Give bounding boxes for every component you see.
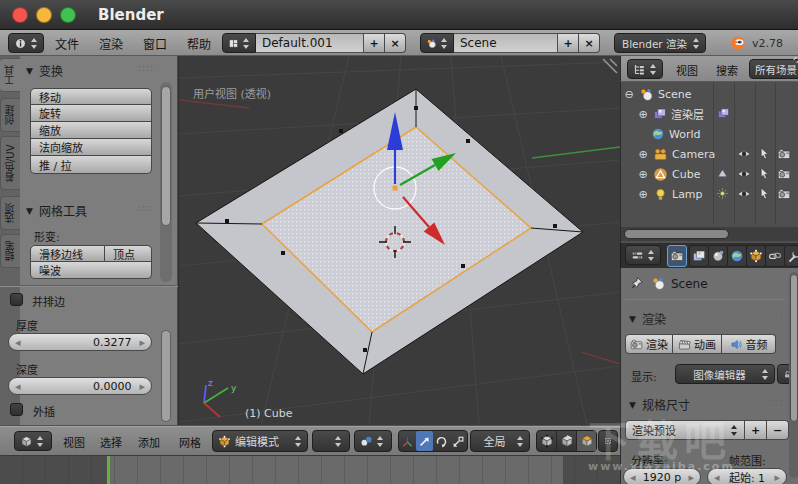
transform-panel-header[interactable]: ▼ 变换: [26, 62, 63, 79]
shrink-fatten-button[interactable]: 法向缩放: [30, 139, 152, 156]
item-label[interactable]: Scene: [658, 88, 692, 101]
item-label[interactable]: Cube: [672, 168, 700, 181]
scene-icon-button[interactable]: [420, 33, 454, 53]
pivot-point-dropdown[interactable]: [354, 430, 392, 452]
render-engine-dropdown[interactable]: Blender 渲染: [614, 33, 706, 53]
face-select-button[interactable]: [576, 431, 596, 451]
merge-checkbox[interactable]: [10, 293, 23, 306]
menu-mesh[interactable]: 网格: [176, 434, 204, 450]
selectability-pointer-icon[interactable]: [758, 167, 771, 180]
rotate-button[interactable]: 旋转: [30, 105, 152, 122]
shelf-tab-grease-pencil[interactable]: 蜡笔: [0, 234, 20, 268]
remove-preset-button[interactable]: −: [767, 420, 789, 440]
render-still-button[interactable]: 渲染: [625, 334, 673, 354]
slider-right-arrow-icon[interactable]: ▸: [139, 336, 145, 349]
push-pull-button[interactable]: 推 / 拉: [30, 156, 152, 174]
outliner-row-world[interactable]: World: [651, 124, 701, 144]
visibility-eye-icon[interactable]: [737, 187, 751, 201]
render-presets-dropdown[interactable]: 渲染预设: [625, 420, 745, 440]
vertex-slide-button[interactable]: 顶点: [105, 245, 152, 262]
item-label[interactable]: 渲染层: [671, 106, 704, 122]
delete-scene-button[interactable]: ×: [579, 33, 600, 53]
outliner-row-cube[interactable]: ⊕ Cube: [637, 164, 700, 184]
menu-file[interactable]: 文件: [52, 35, 82, 52]
region-resize-grip[interactable]: [603, 59, 617, 73]
item-label[interactable]: Lamp: [672, 188, 703, 201]
manipulator-axis-button[interactable]: [399, 431, 416, 451]
operator-scrollbar-thumb[interactable]: [161, 330, 171, 422]
item-label[interactable]: Camera: [672, 148, 715, 161]
info-editor-dropdown[interactable]: [8, 33, 44, 53]
add-preset-button[interactable]: +: [745, 420, 767, 440]
editor-type-dropdown[interactable]: [14, 431, 52, 451]
scale-button[interactable]: 缩放: [30, 122, 152, 139]
tab-constraints[interactable]: [765, 245, 785, 267]
menu-select[interactable]: 选择: [97, 434, 125, 450]
render-restrict-camera-icon[interactable]: [777, 147, 791, 161]
outliner-hscrollbar-thumb[interactable]: [624, 229, 729, 239]
occlude-geometry-button[interactable]: [598, 430, 618, 452]
window-maximize-button[interactable]: [60, 7, 76, 23]
shelf-scrollbar-thumb[interactable]: [161, 86, 171, 226]
panel-grip-icon[interactable]: ::::: [138, 63, 154, 73]
mesh-tools-panel-header[interactable]: ▼ 网格工具: [26, 202, 87, 219]
window-minimize-button[interactable]: [36, 7, 52, 23]
selectability-pointer-icon[interactable]: [758, 147, 771, 160]
manipulator-rotate-button[interactable]: [433, 431, 450, 451]
timeline[interactable]: [0, 455, 620, 484]
panel-grip-icon[interactable]: ::::: [767, 311, 783, 321]
viewport-shading-dropdown[interactable]: [312, 430, 350, 452]
edge-select-button[interactable]: [556, 431, 576, 451]
frame-start-slider[interactable]: ◂ 起始: 1 ▸: [707, 468, 787, 484]
add-scene-button[interactable]: +: [558, 33, 579, 53]
resolution-x-slider[interactable]: ◂ 1920 p ▸: [623, 468, 701, 484]
outliner-menu-search[interactable]: 搜索: [713, 62, 741, 78]
properties-editor-dropdown[interactable]: [625, 245, 661, 265]
transform-orientation-dropdown[interactable]: 全局: [470, 430, 530, 452]
expander-icon[interactable]: ⊕: [637, 168, 649, 181]
render-layer-toggle-icon[interactable]: [717, 107, 730, 120]
shelf-tab-tools[interactable]: 工具: [0, 58, 20, 92]
outliner-row-render-layers[interactable]: ⊕ 渲染层: [637, 104, 704, 124]
viewport-canvas[interactable]: z y 用户视图 (透视) (1) Cube: [179, 56, 620, 425]
menu-add[interactable]: 添加: [135, 434, 163, 450]
tab-render-layers[interactable]: [689, 245, 709, 267]
render-panel-header[interactable]: ▼ 渲染: [629, 310, 666, 327]
expander-icon[interactable]: ⊖: [623, 88, 635, 101]
outliner-menu-view[interactable]: 视图: [673, 62, 701, 78]
screen-layout-name-field[interactable]: Default.001: [256, 33, 364, 53]
expander-icon[interactable]: ⊕: [637, 108, 649, 121]
outliner-display-filter-dropdown[interactable]: 所有场景: [749, 59, 798, 79]
render-restrict-camera-icon[interactable]: [777, 187, 791, 201]
slider-right-arrow-icon[interactable]: ▸: [139, 380, 145, 393]
slider-right-arrow-icon[interactable]: ▸: [688, 471, 694, 484]
shelf-tab-options[interactable]: 选项: [0, 196, 20, 230]
expander-icon[interactable]: ⊕: [637, 148, 649, 161]
timeline-playhead[interactable]: [107, 456, 110, 484]
dimensions-panel-header[interactable]: ▼ 规格尺寸: [629, 396, 690, 413]
tab-scene[interactable]: [708, 245, 728, 267]
window-close-button[interactable]: [12, 7, 28, 23]
viewport-3d[interactable]: z y 用户视图 (透视) (1) Cube: [178, 56, 620, 425]
render-audio-button[interactable]: 音频: [722, 334, 776, 354]
properties-scrollbar-thumb[interactable]: [790, 274, 798, 422]
menu-view[interactable]: 视图: [60, 434, 88, 450]
noise-button[interactable]: 噪波: [30, 262, 152, 279]
render-animation-button[interactable]: 动画: [673, 334, 722, 354]
tab-render[interactable]: [667, 245, 687, 267]
menu-render[interactable]: 渲染: [96, 35, 126, 52]
delete-layout-button[interactable]: ×: [385, 33, 406, 53]
tab-object[interactable]: [746, 245, 766, 267]
depth-slider[interactable]: ◂ 0.0000 ▸: [8, 377, 152, 395]
thickness-slider[interactable]: ◂ 0.3277 ▸: [8, 333, 152, 351]
shelf-tab-shading-uv[interactable]: 着色/UV: [0, 136, 20, 190]
visibility-eye-icon[interactable]: [737, 147, 751, 161]
pin-icon[interactable]: [629, 276, 644, 291]
edge-slide-button[interactable]: 滑移边线: [30, 245, 105, 262]
tab-modifiers[interactable]: [784, 245, 798, 267]
manipulator-translate-button[interactable]: [416, 431, 433, 451]
outliner-row-lamp[interactable]: ⊕ Lamp: [637, 184, 703, 204]
shelf-tab-create[interactable]: 创建: [0, 98, 20, 132]
outliner-editor-dropdown[interactable]: [627, 59, 663, 79]
menu-help[interactable]: 帮助: [184, 35, 214, 52]
